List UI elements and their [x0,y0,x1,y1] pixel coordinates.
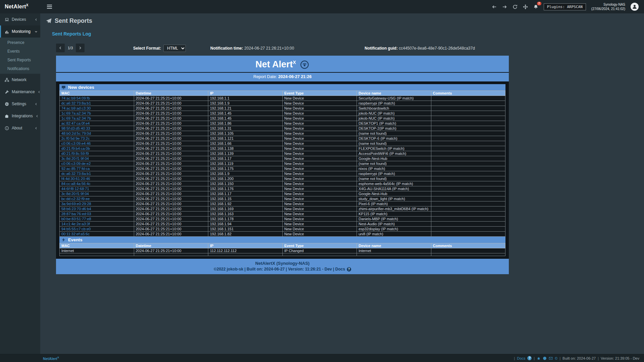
bug-report-icon[interactable] [537,356,541,360]
footer-brand[interactable]: NetAlertX [0,356,59,361]
cell-mac[interactable]: 48:b0:2d:5c:79:0d [60,131,134,136]
cell-comments [431,106,505,111]
notifications-bell-icon[interactable]: 7 [533,4,538,9]
cell-mac[interactable]: bc:dd:c2:32:f9:ee [60,196,134,201]
cell-mac[interactable]: 94:b5:55:c7:cb:e0 [60,227,134,232]
notification-guid-label: Notification guid: [365,46,398,51]
sidebar-item-sent-reports[interactable]: Sent Reports [0,56,40,64]
cell-datetime: 2024-06-27 21:25:21+10:00 [134,201,208,206]
cell-empty [357,253,431,256]
cell-mac[interactable]: 44:6f:f8:12:68:71 [60,186,134,191]
cell-ip: 192.168.1.119 [208,161,283,166]
user-avatar[interactable] [631,3,639,11]
column-header: MAC [60,91,134,96]
cell-mac[interactable]: 3c:8d:20:f1:9f:04 [60,156,134,161]
cell-mac[interactable]: 2c:f0:5d:9e:73:2c [60,136,134,141]
app-logo[interactable]: NetAlertX [0,3,40,10]
footer-links: | Docs ? | © | Built on: 2024-06-27 | Ve… [514,356,644,360]
sidebar-item-network[interactable]: Network [0,74,40,86]
cell-mac[interactable]: 1c:69:7a:a2:34:7b [60,111,134,116]
netalertx-app: { "navbar": { "logo": "NetAlert", "logo_… [0,0,644,362]
table-row: c0:06:c3:09:de:e22024-06-27 21:25:21+10:… [60,161,505,166]
forward-icon[interactable] [502,4,507,9]
sidebar-item-monitoring[interactable]: Monitoring [0,25,40,38]
cell-ip: 192.168.1.139 [208,151,283,156]
sidebar-item-presence[interactable]: Presence [0,38,40,47]
format-select[interactable]: HTML [163,45,186,52]
sidebar-item-devices[interactable]: Devices [0,13,40,25]
next-page-button[interactable] [76,44,85,52]
cell-comments [431,111,505,116]
cell-datetime: 2024-06-27 21:25:21+10:00 [134,151,208,156]
docs-question-icon[interactable]: ? [527,356,532,360]
cell-device-name: esphome-web-4a564c (IP match) [357,181,431,186]
cell-mac[interactable]: ac:82:47:ca:0f:e4 [60,121,134,126]
table-row: f4:4d:30:61:20:462024-06-27 21:25:21+10:… [60,176,505,181]
cell-mac[interactable]: c0:06:c3:09:e4:46 [60,141,134,146]
docs-help-icon[interactable]: ? [347,267,351,272]
plugins-status-chip[interactable]: Plugins: ARPSCAN [544,3,586,10]
cell-mac[interactable]: dc:a6:32:73:8a:b1 [60,101,134,106]
cell-event-type: New Device [282,161,357,166]
prev-page-button[interactable] [56,44,65,52]
column-header: MAC [60,243,134,248]
table-row: b0:be:83:51:77:e82024-06-27 21:25:21+10:… [60,217,505,222]
sidebar-item-integrations[interactable]: Integrations [0,110,40,122]
column-header: Datetime [134,91,208,96]
cell-empty [431,253,505,256]
cell-event-type: New Device [282,227,357,232]
copyright-icon[interactable]: © [555,356,557,360]
cell-mac[interactable]: c0:06:c3:09:de:e2 [60,161,134,166]
cell-mac[interactable]: d0:21:f9:b4:ca:0b [60,146,134,151]
cell-mac[interactable]: 28:87:ba:76:ed:03 [60,212,134,217]
sidebar-item-about[interactable]: About [0,122,40,134]
report-preview: Net AlertX Report Date: 2024-06-27 21:26… [56,56,509,274]
cell-ip: 192.168.1.66 [208,141,283,146]
notification-guid-value: cc44507e-8ea6-48e7-90c1-26de548ca37d [399,46,475,51]
sidebar-item-label: Devices [12,17,26,22]
cell-mac[interactable]: dc:a6:32:73:8a:b1 [60,171,134,176]
github-icon[interactable] [543,356,547,360]
refresh-icon[interactable] [513,4,518,9]
sidebar-item-maintenance[interactable]: Maintenance [0,86,40,98]
cell-event-type: New Device [282,196,357,201]
cell-datetime: 2024-06-27 21:25:21+10:00 [134,106,208,111]
cell-event-type: New Device [282,116,357,121]
move-icon[interactable] [523,4,528,9]
cell-mac[interactable]: 14:c1:4e:2e:a3:3f [60,222,134,227]
cell-mac[interactable]: 00:11:32:ef:a5:6c [60,232,134,237]
docs-link[interactable]: Docs [517,356,525,360]
cell-event-type: New Device [282,121,357,126]
cell-mac[interactable]: 92:ac:85:77:fd:ca [60,166,134,171]
cell-device-name: (name not found) [357,161,431,166]
separator: | [514,356,515,360]
mail-icon[interactable] [549,356,553,360]
sidebar-item-settings[interactable]: Settings [0,98,40,110]
cell-mac[interactable]: 3c:8d:20:f1:9f:04 [60,191,134,196]
cell-event-type: New Device [282,222,357,227]
cell-ip: 192.168.1.94 [208,222,283,227]
cell-mac[interactable]: 84:cc:a8:4a:56:4c [60,181,134,186]
table-row: 94:b5:55:c7:cb:e02024-06-27 21:25:21+10:… [60,227,505,232]
cell-ip: 192.168.1.9 [208,101,283,106]
cell-comments [431,146,505,151]
sidebar-toggle-icon[interactable] [45,3,54,11]
sidebar-item-notifications[interactable]: Notifications [0,64,40,73]
sidebar-item-events[interactable]: Events [0,47,40,56]
cell-mac[interactable]: 74:ac:b9:ad:c3:30 [60,106,134,111]
back-icon[interactable] [492,4,497,9]
cell-event-type: New Device [282,126,357,131]
cell-mac[interactable]: 1c:69:7a:a2:34:7b [60,116,134,121]
cell-mac[interactable]: 58:b6:23:70:d6:b4 [60,206,134,212]
cell-event-type: New Device [282,191,357,196]
cell-mac[interactable]: f4:4d:30:61:20:46 [60,176,134,181]
cell-mac[interactable]: b0:be:83:51:77:e8 [60,217,134,222]
cell-mac: Internet [60,248,134,253]
cell-mac[interactable]: 74:ac:b9:54:09:fb [60,96,134,101]
chevron-left-icon [35,127,38,130]
cell-mac[interactable]: 98:5f:d3:d5:40:33 [60,126,134,131]
cell-mac[interactable]: 3a:9d:69:e0:29:28 [60,201,134,206]
sent-reports-log-link[interactable]: Sent Reports Log [52,31,644,37]
cell-mac[interactable]: d0:21:f9:8c:59:f9 [60,151,134,156]
events-section-header: Events [59,237,505,243]
